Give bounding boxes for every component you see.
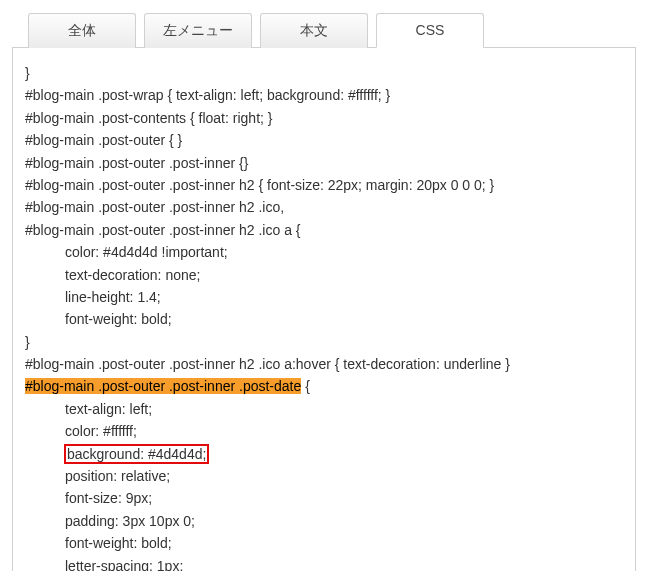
code-line: #blog-main .post-outer .post-inner {} (25, 152, 627, 174)
highlight-red-box: background: #4d4d4d; (64, 444, 209, 464)
code-line: #blog-main .post-outer .post-inner h2 .i… (25, 219, 627, 241)
code-line: font-weight: bold; (25, 532, 627, 554)
tab-left-menu[interactable]: 左メニュー (144, 13, 252, 48)
code-line: #blog-main .post-contents { float: right… (25, 107, 627, 129)
code-line-highlighted: #blog-main .post-outer .post-inner .post… (25, 375, 627, 397)
code-line: color: #ffffff; (25, 420, 627, 442)
highlight-orange: #blog-main .post-outer .post-inner .post… (25, 378, 301, 394)
code-line: padding: 3px 10px 0; (25, 510, 627, 532)
code-line: #blog-main .post-outer .post-inner h2 .i… (25, 196, 627, 218)
code-line: #blog-main .post-outer { } (25, 129, 627, 151)
tab-all[interactable]: 全体 (28, 13, 136, 48)
code-line: font-size: 9px; (25, 487, 627, 509)
tab-css[interactable]: CSS (376, 13, 484, 48)
css-panel: } #blog-main .post-wrap { text-align: le… (12, 48, 636, 571)
code-line: letter-spacing: 1px; (25, 555, 627, 571)
code-line: text-align: left; (25, 398, 627, 420)
tab-body[interactable]: 本文 (260, 13, 368, 48)
code-line: line-height: 1.4; (25, 286, 627, 308)
tab-bar: 全体 左メニュー 本文 CSS (12, 12, 636, 48)
code-line: #blog-main .post-outer .post-inner h2 .i… (25, 353, 627, 375)
code-line: color: #4d4d4d !important; (25, 241, 627, 263)
code-line: #blog-main .post-wrap { text-align: left… (25, 84, 627, 106)
css-code[interactable]: } #blog-main .post-wrap { text-align: le… (13, 62, 627, 571)
code-line-boxed: background: #4d4d4d; (25, 443, 627, 465)
code-text: { (301, 378, 310, 394)
code-line: position: relative; (25, 465, 627, 487)
code-line: } (25, 62, 627, 84)
code-line: #blog-main .post-outer .post-inner h2 { … (25, 174, 627, 196)
code-line: } (25, 331, 627, 353)
code-line: font-weight: bold; (25, 308, 627, 330)
code-line: text-decoration: none; (25, 264, 627, 286)
